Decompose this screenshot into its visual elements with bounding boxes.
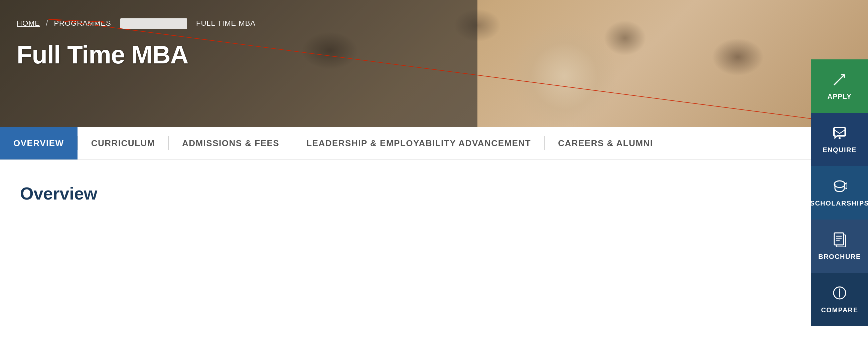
breadcrumb-programmes: PROGRAMMES — [54, 19, 111, 27]
nav-item-careers[interactable]: CAREERS & ALUMNI — [545, 127, 666, 160]
enquire-label: ENQUIRE — [823, 146, 857, 154]
compare-label: COMPARE — [821, 306, 858, 314]
sidebar-action-buttons: APPLY ENQUIRE — [811, 59, 868, 326]
brochure-icon — [833, 232, 846, 249]
breadcrumb-blurred-item — [120, 19, 187, 29]
hero-section: HOME / PROGRAMMES FULL TIME MBA Full Tim… — [0, 0, 868, 127]
enquire-button[interactable]: ENQUIRE — [811, 113, 868, 166]
svg-rect-6 — [834, 233, 844, 245]
apply-label: APPLY — [828, 93, 851, 100]
nav-item-leadership[interactable]: LEADERSHIP & EMPLOYABILITY ADVANCEMENT — [293, 127, 544, 160]
overview-section-title: Overview — [20, 183, 848, 204]
compare-icon — [832, 286, 847, 302]
svg-rect-3 — [834, 128, 846, 136]
main-content: Overview — [0, 160, 868, 237]
nav-bar: OVERVIEW CURRICULUM ADMISSIONS & FEES LE… — [0, 127, 868, 160]
brochure-label: BROCHURE — [818, 253, 861, 260]
page-title: Full Time MBA — [17, 40, 188, 69]
breadcrumb-current: FULL TIME MBA — [196, 19, 256, 27]
svg-point-5 — [834, 181, 845, 187]
breadcrumb-home[interactable]: HOME — [17, 19, 40, 27]
apply-button[interactable]: APPLY — [811, 59, 868, 113]
apply-icon — [832, 72, 847, 89]
scholarships-icon — [832, 179, 847, 196]
nav-item-admissions[interactable]: ADMISSIONS & FEES — [169, 127, 293, 160]
breadcrumb-sep1: / — [46, 19, 48, 27]
nav-item-overview[interactable]: OVERVIEW — [0, 127, 78, 160]
nav-item-curriculum[interactable]: CURRICULUM — [78, 127, 168, 160]
scholarships-button[interactable]: SCHOLARSHIPS — [811, 166, 868, 219]
breadcrumb: HOME / PROGRAMMES FULL TIME MBA — [17, 19, 256, 29]
svg-point-4 — [839, 137, 841, 139]
brochure-button[interactable]: BROCHURE — [811, 219, 868, 273]
compare-button[interactable]: COMPARE — [811, 273, 868, 326]
page-wrapper: HOME / PROGRAMMES FULL TIME MBA Full Tim… — [0, 0, 868, 353]
enquire-icon — [832, 126, 847, 142]
scholarships-label: SCHOLARSHIPS — [810, 200, 868, 207]
